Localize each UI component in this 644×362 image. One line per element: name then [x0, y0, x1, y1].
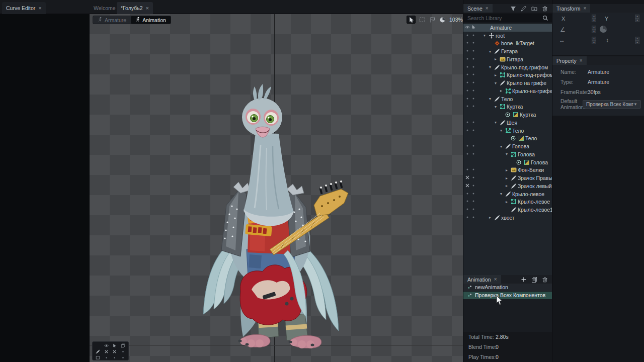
slot-icon[interactable] — [510, 135, 516, 141]
x-mark[interactable] — [102, 348, 111, 354]
animation-item[interactable]: newAnimation — [463, 284, 552, 292]
dot[interactable] — [465, 167, 470, 173]
filter-icon[interactable] — [510, 6, 516, 12]
dot[interactable] — [465, 64, 470, 70]
dot[interactable] — [465, 191, 470, 197]
dot[interactable] — [471, 207, 476, 213]
expander-icon[interactable]: ▸ — [493, 73, 498, 77]
slot-icon[interactable] — [516, 159, 522, 165]
tree-item[interactable]: ▾Крыло-левое — [463, 190, 552, 198]
dot[interactable] — [465, 48, 470, 54]
dot[interactable] — [471, 48, 476, 54]
tree-item[interactable]: ▸Крыло-под-грифом — [463, 71, 552, 79]
dot[interactable] — [471, 191, 476, 197]
rotation-dial-icon[interactable] — [600, 26, 607, 33]
expander-icon[interactable]: ▸ — [504, 176, 509, 180]
dot[interactable] — [465, 72, 470, 78]
expander-icon[interactable]: ▸ — [504, 200, 509, 204]
pointer-tool-button[interactable] — [407, 16, 416, 24]
rotation-stepper[interactable]: ▴▾ — [592, 26, 596, 33]
dot[interactable] — [465, 56, 470, 62]
dot[interactable] — [471, 199, 476, 205]
dot[interactable] — [111, 354, 119, 360]
tree-item[interactable]: ▾Тело — [463, 95, 552, 103]
expander-icon[interactable]: ▾ — [493, 105, 498, 109]
dot[interactable] — [471, 167, 476, 173]
bone-icon[interactable] — [94, 348, 102, 354]
expander-icon[interactable]: ▸ — [504, 168, 509, 172]
marquee-icon[interactable] — [419, 17, 426, 23]
expander-icon[interactable]: ▾ — [499, 128, 504, 133]
dot[interactable] — [465, 120, 470, 126]
tree-item[interactable]: ▸Гитара — [463, 55, 552, 63]
default-animation-dropdown[interactable]: Проверка Всех Компонен ▼ — [583, 100, 641, 109]
tree-item[interactable]: ▾Шея — [463, 119, 552, 127]
dot[interactable] — [465, 33, 470, 39]
close-icon[interactable]: × — [486, 6, 489, 11]
dot[interactable] — [471, 128, 476, 134]
expander-icon[interactable]: ▾ — [493, 81, 498, 85]
tree-item[interactable]: Крыло-левое1 — [463, 206, 552, 214]
y-stepper[interactable]: ▴▾ — [635, 15, 639, 22]
flag-icon[interactable] — [429, 17, 436, 23]
x-stepper[interactable]: ▴▾ — [592, 15, 596, 22]
close-icon[interactable]: × — [38, 5, 41, 11]
dot[interactable] — [465, 143, 470, 149]
dot[interactable] — [471, 33, 476, 39]
dot[interactable] — [465, 80, 470, 86]
dot[interactable] — [471, 183, 476, 189]
tree-item[interactable]: ▾Куртка — [463, 103, 552, 111]
expander-icon[interactable]: ▾ — [488, 49, 493, 54]
eye-icon[interactable] — [102, 342, 111, 348]
dot[interactable] — [465, 207, 470, 213]
cursor-icon[interactable] — [471, 25, 476, 31]
close-icon[interactable]: × — [146, 5, 149, 11]
trash-icon[interactable] — [542, 6, 548, 12]
expander-icon[interactable]: ▸ — [504, 184, 509, 188]
tab-scene[interactable]: Scene × — [463, 4, 493, 13]
dot[interactable] — [471, 215, 476, 221]
mode-animation-button[interactable]: Animation — [131, 16, 171, 24]
close-icon[interactable]: × — [583, 6, 586, 11]
dot[interactable] — [465, 104, 470, 110]
tree-item[interactable]: ▸Крыло-левое — [463, 198, 552, 206]
tab-welcome[interactable]: Welcome — [90, 2, 120, 14]
dot[interactable] — [471, 175, 476, 181]
tree-item[interactable]: ▾Крыло на грифе — [463, 79, 552, 87]
tree-item[interactable]: ▸Фон-Белки — [463, 166, 552, 174]
dot[interactable] — [119, 348, 127, 354]
tree-item[interactable]: ▾Гитара — [463, 47, 552, 55]
dot[interactable] — [465, 40, 470, 46]
dot[interactable] — [471, 88, 476, 94]
tree-item[interactable]: ▾Голова — [463, 142, 552, 150]
dot[interactable] — [465, 151, 470, 157]
dot[interactable] — [465, 128, 470, 134]
pen-icon[interactable] — [521, 6, 527, 12]
expander-icon[interactable]: ▾ — [499, 144, 504, 149]
dot[interactable] — [471, 64, 476, 70]
mode-armature-button[interactable]: Armature — [93, 16, 131, 24]
dot[interactable] — [471, 96, 476, 102]
dot[interactable] — [465, 199, 470, 205]
tree-item[interactable]: Куртка — [463, 111, 552, 119]
tree-item[interactable]: ▾root — [463, 32, 552, 40]
dot[interactable] — [471, 80, 476, 86]
dot[interactable] — [471, 143, 476, 149]
frame-icon[interactable] — [94, 354, 102, 360]
dot[interactable] — [471, 120, 476, 126]
tab-document[interactable]: *Голубь2 × — [117, 2, 153, 14]
expander-icon[interactable]: ▸ — [488, 215, 493, 220]
expander-icon[interactable]: ▾ — [482, 33, 487, 38]
tree-item[interactable]: ▾Голова — [463, 150, 552, 158]
dot[interactable] — [471, 72, 476, 78]
tab-curve-editor[interactable]: Curve Editor × — [2, 2, 46, 14]
search-input[interactable] — [463, 15, 542, 21]
add-animation-icon[interactable] — [521, 277, 527, 283]
tree-item[interactable]: Armature — [463, 24, 552, 32]
tab-animation[interactable]: Animation × — [463, 275, 501, 284]
tree-item[interactable]: bone_ikTarget — [463, 40, 552, 48]
duplicate-icon[interactable] — [531, 277, 537, 283]
close-icon[interactable]: × — [494, 277, 497, 282]
dot[interactable] — [471, 151, 476, 157]
x-mark[interactable] — [465, 183, 470, 189]
